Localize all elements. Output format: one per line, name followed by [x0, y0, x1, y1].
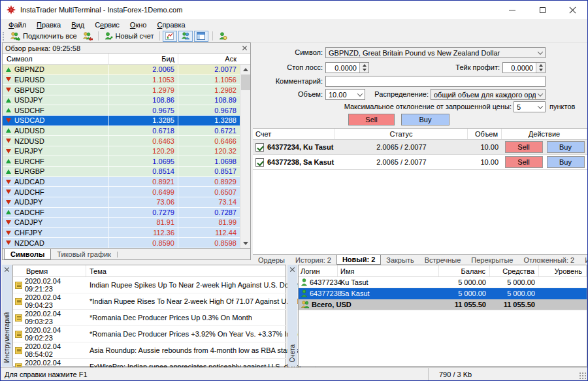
order-account-row[interactable]: 64377234, Ku Tasut 2.0065 / 2.0077 10.00… [253, 140, 587, 155]
sell-button[interactable]: Sell [348, 114, 395, 125]
column-equity[interactable]: Средства [490, 265, 539, 276]
menu-window[interactable]: Окно [125, 20, 152, 29]
account-row-selected[interactable]: 64377238 Sa Kasut 5 000.00 5 000.00 [299, 288, 587, 299]
column-name[interactable]: Имя [338, 265, 439, 276]
column-action[interactable]: Действие [502, 129, 587, 139]
take-profit-input[interactable]: 0.0000 [502, 62, 546, 73]
market-row[interactable]: AUDJPY73.0673.14 [3, 197, 240, 208]
market-row[interactable]: CHFJPY112.36112.44 [3, 228, 240, 239]
toolbox-toggle-button[interactable] [194, 31, 208, 42]
news-row[interactable]: 2020.02.04 09:21:23Indian Rupee Spikes U… [13, 277, 315, 293]
connect-all-button[interactable]: Подключить все [7, 31, 80, 42]
market-row-selected[interactable]: USDCAD1.32851.3288 [3, 116, 240, 126]
market-row[interactable]: USDCHF0.96750.9678 [3, 105, 240, 116]
scroll-up-button[interactable] [240, 65, 251, 75]
market-row[interactable]: GBPNZD2.00652.0077 [3, 65, 240, 75]
account-row[interactable]: 64377234 Ku Tasut 5 000.00 5 000.00 [299, 277, 587, 288]
column-login[interactable]: Логин [299, 265, 338, 276]
account-icon [301, 290, 308, 297]
account-icon [301, 278, 308, 286]
market-row[interactable]: AUDUSD0.67180.6721 [3, 126, 240, 137]
column-symbol[interactable]: Символ [3, 54, 109, 64]
close-icon [242, 46, 247, 50]
market-row[interactable]: AUDCAD0.89210.8929 [3, 177, 240, 188]
toolbox-vertical-tab[interactable]: Инструментарий [3, 312, 10, 363]
close-button[interactable] [557, 1, 587, 19]
market-row[interactable]: NZDUSD0.64630.6466 [3, 136, 240, 146]
account-settings-button[interactable] [216, 31, 230, 42]
market-watch-close-button[interactable] [241, 45, 248, 52]
market-row[interactable]: EURCHF1.06951.0698 [3, 156, 240, 167]
market-row[interactable]: EURGBP0.85140.8517 [3, 167, 240, 177]
news-row[interactable]: 2020.02.04 09:04:23*Indian Rupee Rises T… [13, 293, 315, 310]
status-bar: Для справки нажмите F1 790 / 3 Kb [1, 367, 587, 380]
column-ask[interactable]: Аск [178, 54, 240, 64]
take-profit-stepper[interactable] [536, 63, 545, 73]
menu-view[interactable]: Вид [66, 20, 90, 29]
tab-counter[interactable]: Встречные [419, 255, 466, 265]
tab-tick-chart[interactable]: Тиковый график [51, 249, 117, 259]
stop-loss-stepper[interactable] [359, 63, 368, 73]
menu-edit[interactable]: Правка [31, 20, 66, 29]
market-row[interactable]: GBPUSD1.29791.2982 [3, 85, 240, 95]
tab-overlapped[interactable]: Перекрытые [466, 255, 518, 265]
tab-symbols[interactable]: Символы [4, 249, 51, 259]
toolbox-close-button[interactable] [4, 266, 10, 273]
scrollbar-thumb[interactable] [241, 75, 250, 90]
market-watch-toggle-button[interactable] [163, 31, 177, 42]
tab-modify[interactable]: Изменить [580, 255, 587, 265]
market-row[interactable]: CADCHF0.72790.7287 [3, 208, 240, 218]
news-row[interactable]: 2020.02.04 09:02:23*Romania Dec Producer… [13, 326, 315, 342]
row-buy-button[interactable]: Buy [547, 141, 585, 153]
stop-loss-input[interactable]: 0.0000 [325, 62, 369, 73]
toolbar-grip[interactable] [3, 32, 5, 41]
disconnect-all-button[interactable] [80, 31, 95, 42]
column-volume[interactable]: Объем [468, 129, 502, 139]
market-row[interactable]: USDJPY108.86108.89 [3, 95, 240, 106]
symbol-select[interactable]: GBPNZD, Great Britain Pound vs New Zeala… [325, 47, 546, 58]
menu-help[interactable]: Справка [152, 20, 190, 29]
close-icon [290, 267, 295, 272]
tab-close[interactable]: Закрыть [381, 255, 419, 265]
account-checkbox[interactable] [255, 158, 264, 167]
news-row[interactable]: 2020.02.04 08:54:02Asia Roundup: Aussie … [13, 342, 315, 359]
tab-new[interactable]: Новый: 2 [336, 255, 381, 265]
maximize-button[interactable] [527, 1, 557, 19]
new-account-button[interactable]: Новый счет [101, 31, 157, 42]
row-sell-button[interactable]: Sell [505, 141, 543, 153]
market-row[interactable]: EURJPY120.29120.32 [3, 146, 240, 157]
tab-history[interactable]: История: 2 [290, 255, 336, 265]
column-status[interactable]: Статус [335, 129, 468, 139]
menu-file[interactable]: Файл [3, 20, 31, 29]
market-row[interactable]: NZDCAD0.85900.8598 [3, 238, 240, 248]
column-account[interactable]: Счет [253, 129, 335, 139]
column-balance[interactable]: Баланс [439, 265, 490, 276]
volume-label: Объем: [253, 89, 323, 100]
column-bid[interactable]: Бид [109, 54, 178, 64]
column-time[interactable]: Время [13, 265, 86, 276]
account-checkbox[interactable] [255, 143, 264, 152]
accounts-vertical-tab[interactable]: Счета [289, 344, 296, 363]
market-row[interactable]: AUDCHF0.64990.6507 [3, 187, 240, 197]
news-row[interactable]: 2020.02.04 09:03:23*Romania Dec Producer… [13, 310, 315, 326]
accounts-close-button[interactable] [289, 266, 296, 273]
tab-orders[interactable]: Ордеры [253, 255, 290, 265]
comment-input[interactable] [325, 76, 546, 87]
column-topic[interactable]: Тема [86, 265, 275, 276]
minimize-button[interactable] [497, 1, 527, 19]
tab-pending[interactable]: Отложенный: 2 [518, 255, 580, 265]
market-row[interactable]: CADJPY81.9181.99 [3, 218, 240, 228]
market-row[interactable]: EURUSD1.10531.1056 [3, 75, 240, 86]
distribution-select[interactable]: общий объем для каждого ордера [431, 89, 546, 100]
scroll-down-button[interactable] [240, 239, 251, 248]
row-buy-button[interactable]: Buy [547, 156, 585, 168]
column-level[interactable]: Уровень [539, 265, 587, 276]
order-account-row[interactable]: 64377238, Sa Kasut 2.0065 / 2.0077 10.00… [253, 155, 587, 170]
deviation-select[interactable]: 5 [514, 101, 546, 112]
menu-service[interactable]: Сервис [90, 20, 125, 29]
resize-grip[interactable] [578, 371, 587, 380]
accounts-toggle-button[interactable] [178, 31, 193, 42]
row-sell-button[interactable]: Sell [505, 156, 543, 168]
buy-button[interactable]: Buy [401, 114, 449, 125]
market-watch-scrollbar[interactable] [240, 65, 250, 248]
